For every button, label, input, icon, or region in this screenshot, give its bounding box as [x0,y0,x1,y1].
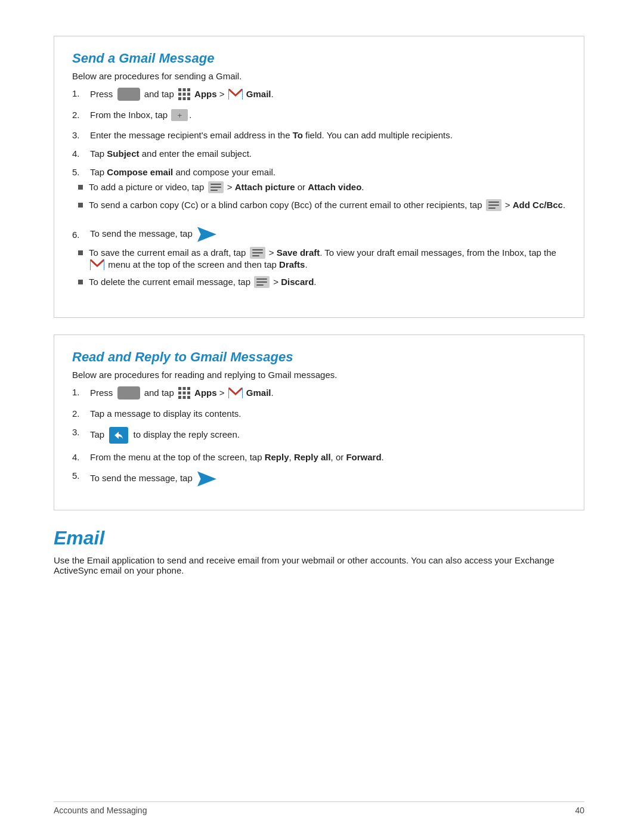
read-reply-section: Read and Reply to Gmail Messages Below a… [54,335,584,510]
step-5-bullet-1: To add a picture or video, tap > Attach … [78,182,565,194]
svg-rect-20 [187,392,190,395]
svg-rect-7 [182,97,185,100]
step-1: 1. Press and tap [72,88,566,101]
step-1-num: 1. [72,88,90,98]
read-reply-title: Read and Reply to Gmail Messages [72,349,566,365]
menu-lines-3 [250,248,265,258]
compose-email-label: Compose email [107,167,173,177]
step-6-bullet-2-text: To delete the current email message, tap… [89,277,316,289]
bullet-icon-2 [78,203,83,208]
email-description: Use the Email application to send and re… [54,555,584,575]
svg-rect-4 [182,93,185,96]
page: Send a Gmail Message Below are procedure… [0,0,644,833]
step-2-content: From the Inbox, tap +. [90,110,566,122]
step-1-content: Press and tap [90,88,566,101]
forward-label: Forward [346,452,381,462]
attach-video-label: Attach video [308,182,361,192]
menu-lines-2 [486,200,501,210]
svg-rect-23 [187,396,190,399]
read-reply-steps: 1. Press and tap [72,387,566,487]
step-3-content: Enter the message recipient's email addr… [90,130,566,140]
apps-label: Apps [194,89,217,99]
svg-rect-21 [178,396,181,399]
read-step-1-content: Press and tap [90,387,566,400]
email-section: Email Use the Email application to send … [54,527,584,575]
reply-all-label: Reply all [294,452,331,462]
read-step-3-num: 3. [72,427,90,437]
svg-rect-8 [187,97,190,100]
read-step-1: 1. Press and tap [72,387,566,400]
svg-rect-5 [187,93,190,96]
home-button-icon [117,88,140,101]
step-3: 3. Enter the message recipient's email a… [72,130,566,140]
read-step-5-num: 5. [72,470,90,481]
step-5-bullet-1-text: To add a picture or video, tap > Attach … [89,182,364,194]
menu-lines-4 [254,277,270,287]
read-step-4-num: 4. [72,452,90,462]
drafts-label: Drafts [279,259,305,270]
reply-label: Reply [265,452,289,462]
home-button-icon-2 [117,386,140,400]
bullet-icon-4 [78,280,83,284]
compose-icon: + [171,109,188,121]
step-4-content: Tap Subject and enter the email subject. [90,148,566,159]
gmail-label-1: Gmail [246,89,271,99]
gmail-icon-1 [228,89,243,100]
bullet-icon-1 [78,185,83,190]
send-icon-2 [197,470,216,487]
send-gmail-section: Send a Gmail Message Below are procedure… [54,36,584,318]
step-5: 5. Tap Compose email and compose your em… [72,167,566,218]
read-step-5: 5. To send the message, tap [72,470,566,487]
step-5-num: 5. [72,167,90,177]
svg-rect-17 [187,387,190,390]
send-icon-1 [197,226,216,243]
svg-rect-3 [178,93,181,96]
email-title: Email [54,527,584,549]
step-5-bullets: To add a picture or video, tap > Attach … [72,182,565,218]
footer-right: 40 [575,806,584,815]
menu-icon-1 [208,181,224,193]
send-gmail-steps: 1. Press and tap [72,88,566,295]
step-6-num: 6. [72,230,90,240]
gmail-icon-3 [228,388,243,398]
step-2: 2. From the Inbox, tap +. [72,110,566,122]
svg-rect-2 [187,88,190,91]
read-step-4: 4. From the menu at the top of the scree… [72,452,566,462]
apps-grid-icon-2 [178,386,191,400]
page-footer: Accounts and Messaging 40 [54,801,584,815]
bullet-icon-3 [78,250,83,255]
reply-icon [109,427,128,444]
step-6: 6. To send the message, tap To save the … [72,226,566,295]
subject-label: Subject [107,148,139,159]
step-6-content: To send the message, tap [90,226,219,243]
footer-left: Accounts and Messaging [54,806,147,815]
step-6-bullet-1-text: To save the current email as a draft, ta… [89,247,566,271]
step-5-content: Tap Compose email and compose your email… [90,167,275,177]
apps-label-2: Apps [194,388,217,398]
step-2-num: 2. [72,110,90,120]
svg-rect-1 [182,88,185,91]
read-step-3: 3. Tap to display the reply screen. [72,427,566,444]
svg-rect-19 [182,392,185,395]
step-5-bullet-2: To send a carbon copy (Cc) or a blind ca… [78,200,565,212]
step-4-num: 4. [72,148,90,159]
step-6-bullets: To save the current email as a draft, ta… [72,247,566,295]
menu-lines-1 [208,182,224,192]
save-draft-label: Save draft [277,247,320,258]
step-6-bullet-1: To save the current email as a draft, ta… [78,247,566,271]
step-5-bullet-2-text: To send a carbon copy (Cc) or a blind ca… [89,200,565,212]
step-4: 4. Tap Subject and enter the email subje… [72,148,566,159]
menu-icon-2 [486,199,501,211]
read-step-2: 2. Tap a message to display its contents… [72,408,566,419]
read-step-3-content: Tap to display the reply screen. [90,427,566,444]
read-step-4-content: From the menu at the top of the screen, … [90,452,566,462]
menu-icon-3 [250,247,265,259]
gmail-label-2: Gmail [246,388,271,398]
apps-grid-icon [178,88,191,101]
svg-rect-6 [178,97,181,100]
send-gmail-title: Send a Gmail Message [72,51,566,66]
read-step-2-num: 2. [72,408,90,419]
svg-rect-0 [178,88,181,91]
to-field-label: To [293,130,303,140]
read-step-5-content: To send the message, tap [90,470,566,487]
